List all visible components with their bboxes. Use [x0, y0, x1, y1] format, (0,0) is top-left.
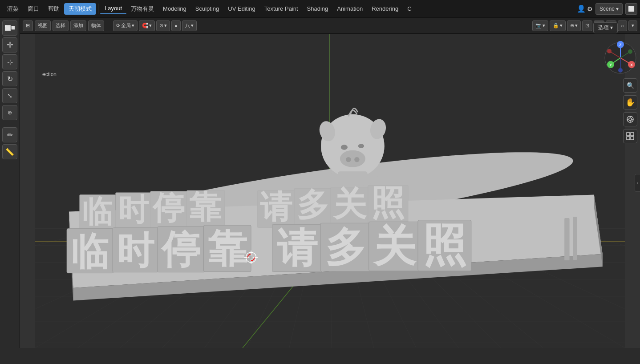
viewport-lock-btn[interactable]: 🔒 ▾ — [550, 20, 566, 31]
pie-chevron: ▾ — [191, 23, 194, 28]
svg-rect-68 — [573, 217, 577, 260]
tab-rendering[interactable]: Rendering — [367, 4, 403, 14]
pie-menu-btn[interactable]: 八 ▾ — [182, 20, 197, 31]
scene-label: Scene — [599, 6, 615, 12]
menu-help[interactable]: 帮助 — [44, 3, 64, 15]
svg-point-95 — [618, 68, 623, 73]
svg-point-73 — [354, 157, 359, 162]
svg-point-99 — [628, 49, 632, 54]
tab-c[interactable]: C — [403, 4, 416, 14]
interaction-mode-btn[interactable]: ⊞ — [23, 20, 33, 31]
proportional-chevron: ▾ — [164, 23, 167, 28]
camera-chevron: ▾ — [543, 23, 545, 28]
svg-rect-67 — [564, 218, 569, 260]
svg-rect-109 — [631, 137, 634, 140]
pan-btn[interactable]: ✋ — [623, 95, 637, 109]
svg-rect-108 — [627, 137, 630, 140]
shading-chevron-btn[interactable]: ▾ — [628, 20, 637, 31]
gizmo-panel: Z X Y 🔍 — [603, 40, 638, 143]
shading-extra-chevron: ▾ — [632, 23, 634, 28]
svg-text:请: 请 — [260, 190, 292, 225]
maximize-btn[interactable]: ⬜ — [625, 3, 637, 15]
svg-text:Z: Z — [619, 43, 622, 47]
select-menu-btn[interactable]: 选择 — [53, 20, 69, 31]
viewport-overlay-btn[interactable]: ⊕ ▾ — [567, 20, 581, 31]
tab-modeling[interactable]: Modeling — [158, 4, 191, 14]
svg-text:多: 多 — [325, 225, 366, 270]
rendered-shading-btn[interactable]: ○ — [618, 20, 627, 31]
wireframe-icon: ⊡ — [585, 23, 589, 28]
svg-text:临: 临 — [82, 195, 113, 229]
tab-uv-editing[interactable]: UV Editing — [223, 4, 259, 14]
shading-type-label: 视图 — [38, 22, 48, 29]
svg-text:X: X — [630, 63, 633, 67]
transform-icon: ⟳ — [116, 23, 120, 28]
svg-rect-106 — [627, 133, 630, 136]
svg-text:请: 请 — [277, 226, 318, 271]
select-box-tool[interactable]: ⬜⬜ — [2, 20, 17, 36]
tab-shading[interactable]: Shading — [303, 4, 333, 14]
viewport-dot-btn[interactable]: ● — [171, 20, 181, 31]
svg-text:停: 停 — [152, 190, 185, 226]
wireframe-shading-btn[interactable]: ⊡ — [582, 20, 592, 31]
scene-chevron: ▾ — [616, 6, 619, 12]
tab-animation[interactable]: Animation — [332, 4, 367, 14]
menu-render[interactable]: 渲染 — [3, 3, 23, 15]
tab-texture-paint[interactable]: Texture Paint — [260, 4, 303, 14]
menu-window[interactable]: 窗口 — [23, 3, 44, 15]
lock-icon: 🔒 — [553, 23, 559, 28]
move-tool[interactable]: ⊹ — [2, 54, 17, 69]
interaction-mode-icon: ⊞ — [26, 23, 30, 28]
tab-sculpting[interactable]: Sculpting — [191, 4, 223, 14]
object-menu-btn[interactable]: 物体 — [88, 20, 104, 31]
rotate-tool[interactable]: ↻ — [2, 71, 17, 86]
collapse-icon: › — [637, 181, 638, 186]
svg-point-72 — [346, 157, 351, 162]
svg-text:关: 关 — [332, 186, 367, 222]
svg-rect-107 — [631, 133, 634, 136]
annotate-tool[interactable]: ✏ — [2, 127, 17, 142]
scale-tool[interactable]: ⤡ — [2, 88, 17, 103]
scene-viewport: 临 时 停 靠 — [20, 34, 640, 348]
grid-view-btn[interactable] — [623, 129, 637, 143]
add-menu-btn[interactable]: 添加 — [70, 20, 86, 31]
svg-text:时: 时 — [117, 230, 154, 271]
options-button[interactable]: 选项 ▾ — [593, 22, 618, 33]
zoom-in-btn[interactable]: 🔍 — [623, 78, 637, 93]
snap-toggle[interactable]: 🧲 ▾ — [139, 20, 155, 31]
dot-icon: ● — [174, 23, 178, 28]
svg-text:照: 照 — [371, 184, 405, 222]
navigation-gizmo[interactable]: Z X Y — [603, 40, 638, 76]
top-menubar: 渲染 窗口 帮助 天朝模式 Layout 万物有灵 Modeling Sculp… — [0, 0, 640, 18]
separator-1 — [98, 4, 98, 14]
collapse-panel-btn[interactable]: › — [635, 174, 640, 192]
scene-selector[interactable]: Scene ▾ — [595, 3, 623, 15]
camera-btn[interactable] — [623, 112, 637, 126]
tab-wanwuyouling[interactable]: 万物有灵 — [126, 3, 158, 15]
transform-orientation-btn[interactable]: ⟳ 全局 ▾ — [113, 20, 138, 31]
pie-label: 八 — [185, 22, 190, 29]
viewport-shading-type[interactable]: 视图 — [35, 20, 51, 31]
svg-point-74 — [341, 145, 348, 150]
measure-tool[interactable]: 📏 — [2, 144, 17, 159]
tab-layout[interactable]: Layout — [100, 3, 126, 14]
transform-chevron: ▾ — [132, 23, 134, 28]
viewport-camera-btn[interactable]: 📷 ▾ — [532, 20, 548, 31]
transform-tool[interactable]: ⊕ — [2, 105, 17, 120]
proportional-edit-btn[interactable]: ⊙ ▾ — [156, 20, 170, 31]
add-menu-label: 添加 — [73, 22, 83, 29]
svg-point-75 — [358, 144, 364, 148]
svg-text:Y: Y — [609, 63, 612, 67]
select-menu-label: 选择 — [56, 22, 65, 29]
selection-label: ection — [42, 71, 57, 77]
cursor-tool[interactable]: ✛ — [2, 37, 17, 53]
svg-text:时: 时 — [118, 193, 149, 227]
pan-icon: ✋ — [625, 97, 635, 107]
viewport-header: ⊞ 视图 选择 添加 物体 ⟳ 全局 ▾ — [20, 18, 640, 34]
tianzhao-mode-btn[interactable]: 天朝模式 — [64, 3, 96, 15]
svg-text:靠: 靠 — [208, 227, 247, 271]
svg-point-71 — [340, 150, 365, 167]
object-menu-label: 物体 — [91, 22, 101, 29]
viewport: ⊞ 视图 选择 添加 物体 ⟳ 全局 ▾ — [20, 18, 640, 348]
proportional-icon: ⊙ — [159, 23, 163, 28]
